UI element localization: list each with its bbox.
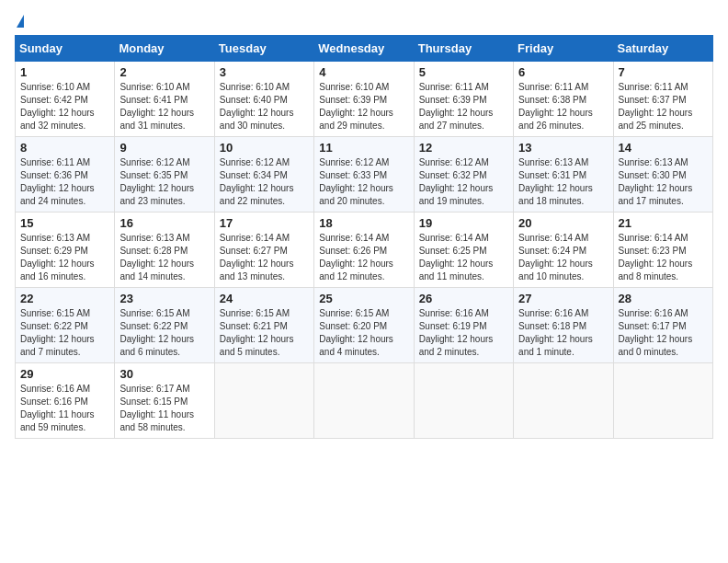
day-number: 16 (119, 216, 209, 230)
calendar-week-row: 1Sunrise: 6:10 AMSunset: 6:42 PMDaylight… (16, 62, 713, 137)
calendar-day-cell: 24Sunrise: 6:15 AMSunset: 6:21 PMDayligh… (214, 288, 313, 363)
calendar-day-cell (613, 363, 712, 439)
day-info: Sunrise: 6:14 AMSunset: 6:25 PMDaylight:… (419, 232, 508, 283)
day-number: 17 (220, 216, 309, 230)
day-info: Sunrise: 6:14 AMSunset: 6:24 PMDaylight:… (518, 232, 608, 283)
calendar-day-cell: 19Sunrise: 6:14 AMSunset: 6:25 PMDayligh… (414, 213, 513, 288)
calendar-day-cell: 17Sunrise: 6:14 AMSunset: 6:27 PMDayligh… (214, 213, 313, 288)
day-info: Sunrise: 6:16 AMSunset: 6:17 PMDaylight:… (619, 307, 708, 359)
page-header (15, 15, 713, 28)
weekday-header: Wednesday (314, 36, 414, 62)
calendar-day-cell: 28Sunrise: 6:16 AMSunset: 6:17 PMDayligh… (613, 288, 712, 363)
calendar-week-row: 15Sunrise: 6:13 AMSunset: 6:29 PMDayligh… (16, 213, 713, 288)
calendar-header-row: SundayMondayTuesdayWednesdayThursdayFrid… (16, 36, 713, 62)
day-info: Sunrise: 6:10 AMSunset: 6:41 PMDaylight:… (119, 81, 209, 132)
calendar-week-row: 8Sunrise: 6:11 AMSunset: 6:36 PMDaylight… (16, 137, 713, 213)
weekday-header: Saturday (613, 36, 712, 62)
logo-icon (17, 15, 24, 28)
calendar-day-cell: 27Sunrise: 6:16 AMSunset: 6:18 PMDayligh… (514, 288, 613, 363)
calendar-day-cell: 15Sunrise: 6:13 AMSunset: 6:29 PMDayligh… (16, 213, 115, 288)
day-number: 30 (119, 367, 209, 381)
day-number: 13 (518, 141, 608, 155)
day-number: 20 (518, 216, 608, 230)
day-info: Sunrise: 6:13 AMSunset: 6:28 PMDaylight:… (119, 232, 209, 283)
day-number: 2 (119, 65, 209, 79)
calendar-day-cell: 2Sunrise: 6:10 AMSunset: 6:41 PMDaylight… (115, 62, 214, 137)
calendar-day-cell: 3Sunrise: 6:10 AMSunset: 6:40 PMDaylight… (214, 62, 313, 137)
calendar-week-row: 22Sunrise: 6:15 AMSunset: 6:22 PMDayligh… (16, 288, 713, 363)
day-number: 19 (419, 216, 508, 230)
calendar-day-cell: 1Sunrise: 6:10 AMSunset: 6:42 PMDaylight… (16, 62, 115, 137)
calendar-day-cell (314, 363, 414, 439)
day-number: 22 (20, 292, 109, 305)
day-number: 8 (20, 141, 109, 155)
calendar-day-cell: 16Sunrise: 6:13 AMSunset: 6:28 PMDayligh… (115, 213, 214, 288)
calendar-day-cell: 26Sunrise: 6:16 AMSunset: 6:19 PMDayligh… (414, 288, 513, 363)
day-info: Sunrise: 6:14 AMSunset: 6:23 PMDaylight:… (619, 232, 708, 283)
day-number: 11 (319, 141, 408, 155)
calendar-day-cell: 13Sunrise: 6:13 AMSunset: 6:31 PMDayligh… (514, 137, 613, 213)
day-info: Sunrise: 6:14 AMSunset: 6:26 PMDaylight:… (319, 232, 408, 283)
weekday-header: Thursday (414, 36, 513, 62)
day-info: Sunrise: 6:13 AMSunset: 6:29 PMDaylight:… (20, 232, 109, 283)
day-number: 24 (220, 292, 309, 305)
weekday-header: Tuesday (214, 36, 313, 62)
calendar-table: SundayMondayTuesdayWednesdayThursdayFrid… (15, 35, 713, 439)
day-info: Sunrise: 6:17 AMSunset: 6:15 PMDaylight:… (119, 383, 209, 434)
day-info: Sunrise: 6:14 AMSunset: 6:27 PMDaylight:… (220, 232, 309, 283)
calendar-day-cell: 12Sunrise: 6:12 AMSunset: 6:32 PMDayligh… (414, 137, 513, 213)
day-info: Sunrise: 6:15 AMSunset: 6:21 PMDaylight:… (220, 307, 309, 359)
day-info: Sunrise: 6:12 AMSunset: 6:33 PMDaylight:… (319, 156, 408, 208)
calendar-day-cell: 5Sunrise: 6:11 AMSunset: 6:39 PMDaylight… (414, 62, 513, 137)
day-number: 6 (518, 65, 608, 79)
calendar-day-cell: 22Sunrise: 6:15 AMSunset: 6:22 PMDayligh… (16, 288, 115, 363)
day-number: 7 (619, 65, 708, 79)
day-number: 14 (619, 141, 708, 155)
calendar-day-cell: 4Sunrise: 6:10 AMSunset: 6:39 PMDaylight… (314, 62, 414, 137)
day-info: Sunrise: 6:16 AMSunset: 6:18 PMDaylight:… (518, 307, 608, 359)
day-number: 28 (619, 292, 708, 305)
calendar-day-cell: 25Sunrise: 6:15 AMSunset: 6:20 PMDayligh… (314, 288, 414, 363)
day-number: 15 (20, 216, 109, 230)
day-number: 23 (119, 292, 209, 305)
day-info: Sunrise: 6:15 AMSunset: 6:22 PMDaylight:… (119, 307, 209, 359)
calendar-week-row: 29Sunrise: 6:16 AMSunset: 6:16 PMDayligh… (16, 363, 713, 439)
day-info: Sunrise: 6:12 AMSunset: 6:35 PMDaylight:… (119, 156, 209, 208)
day-number: 18 (319, 216, 408, 230)
calendar-day-cell: 11Sunrise: 6:12 AMSunset: 6:33 PMDayligh… (314, 137, 414, 213)
day-number: 3 (220, 65, 309, 79)
calendar-day-cell: 7Sunrise: 6:11 AMSunset: 6:37 PMDaylight… (613, 62, 712, 137)
day-info: Sunrise: 6:11 AMSunset: 6:38 PMDaylight:… (518, 81, 608, 132)
day-number: 10 (220, 141, 309, 155)
day-info: Sunrise: 6:12 AMSunset: 6:32 PMDaylight:… (419, 156, 508, 208)
day-number: 4 (319, 65, 408, 79)
weekday-header: Monday (115, 36, 214, 62)
calendar-day-cell: 23Sunrise: 6:15 AMSunset: 6:22 PMDayligh… (115, 288, 214, 363)
day-info: Sunrise: 6:10 AMSunset: 6:39 PMDaylight:… (319, 81, 408, 132)
calendar-day-cell: 21Sunrise: 6:14 AMSunset: 6:23 PMDayligh… (613, 213, 712, 288)
calendar-day-cell: 20Sunrise: 6:14 AMSunset: 6:24 PMDayligh… (514, 213, 613, 288)
calendar-day-cell: 30Sunrise: 6:17 AMSunset: 6:15 PMDayligh… (115, 363, 214, 439)
day-info: Sunrise: 6:13 AMSunset: 6:31 PMDaylight:… (518, 156, 608, 208)
day-info: Sunrise: 6:11 AMSunset: 6:39 PMDaylight:… (419, 81, 508, 132)
day-number: 25 (319, 292, 408, 305)
day-info: Sunrise: 6:11 AMSunset: 6:37 PMDaylight:… (619, 81, 708, 132)
day-number: 9 (119, 141, 209, 155)
day-info: Sunrise: 6:15 AMSunset: 6:20 PMDaylight:… (319, 307, 408, 359)
day-info: Sunrise: 6:10 AMSunset: 6:40 PMDaylight:… (220, 81, 309, 132)
calendar-day-cell (214, 363, 313, 439)
day-info: Sunrise: 6:13 AMSunset: 6:30 PMDaylight:… (619, 156, 708, 208)
day-number: 12 (419, 141, 508, 155)
calendar-day-cell (514, 363, 613, 439)
day-number: 29 (20, 367, 109, 381)
weekday-header: Friday (514, 36, 613, 62)
calendar-day-cell (414, 363, 513, 439)
calendar-day-cell: 6Sunrise: 6:11 AMSunset: 6:38 PMDaylight… (514, 62, 613, 137)
calendar-day-cell: 9Sunrise: 6:12 AMSunset: 6:35 PMDaylight… (115, 137, 214, 213)
day-info: Sunrise: 6:11 AMSunset: 6:36 PMDaylight:… (20, 156, 109, 208)
day-number: 26 (419, 292, 508, 305)
day-info: Sunrise: 6:16 AMSunset: 6:19 PMDaylight:… (419, 307, 508, 359)
calendar-day-cell: 10Sunrise: 6:12 AMSunset: 6:34 PMDayligh… (214, 137, 313, 213)
calendar-day-cell: 14Sunrise: 6:13 AMSunset: 6:30 PMDayligh… (613, 137, 712, 213)
day-number: 1 (20, 65, 109, 79)
